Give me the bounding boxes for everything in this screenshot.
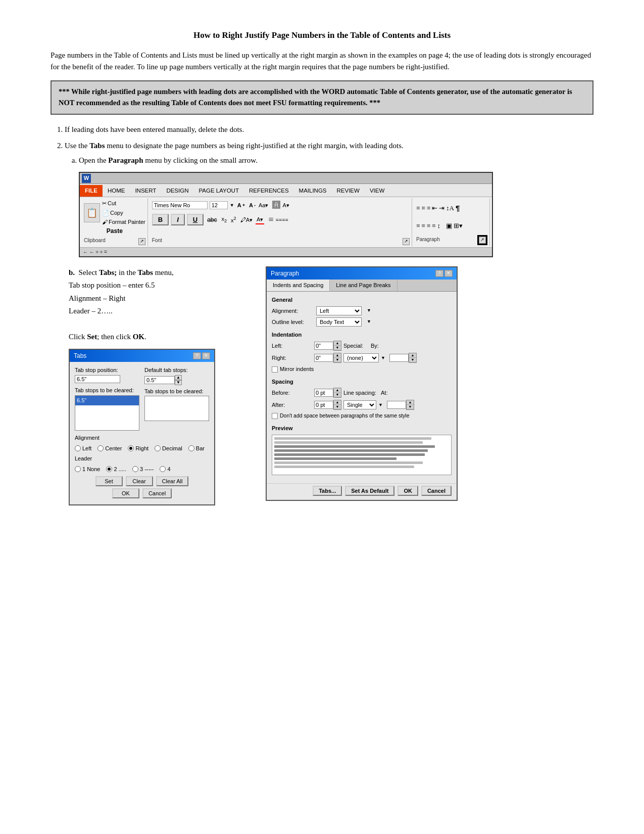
at-input[interactable] [387,401,406,409]
listbox-item-1[interactable]: 6.5" [75,396,139,405]
strikethrough-btn[interactable]: abc [206,215,218,224]
by-spin-down[interactable]: ▼ [409,358,416,362]
para-indentation-section: Indentation Left: ▲ ▼ [272,331,452,374]
tabs-dialog-title-text: Tabs [74,351,86,360]
preview-lines [272,435,451,472]
para-cancel-btn[interactable]: Cancel [421,486,452,496]
para-dialog-help-btn[interactable]: ? [435,270,443,277]
tab-home[interactable]: HOME [103,185,130,197]
tab-insert[interactable]: INSERT [130,185,161,197]
clear-btn[interactable]: Clear [126,476,153,486]
mirror-checkbox[interactable] [272,366,278,373]
after-spin-down[interactable]: ▼ [334,405,341,409]
indent-decrease-btn[interactable]: ⇤ [432,203,437,213]
justify-btn[interactable]: ≡ [432,221,435,231]
clipboard-expand-icon[interactable]: ↗ [138,238,145,245]
line-spacing-btn[interactable]: ↕ [437,221,440,231]
tab-stop-input[interactable] [75,375,120,383]
align-right-btn[interactable]: ≡ [427,221,430,231]
para-ok-btn[interactable]: OK [398,486,418,496]
para-tabs-btn[interactable]: Tabs... [313,486,342,496]
sort-btn[interactable]: ↕A [446,203,454,213]
tab-file[interactable]: FILE [80,185,103,197]
leader-4-radio[interactable]: 4 [160,465,170,474]
leader-2-radio[interactable]: 2 ..... [106,465,126,474]
superscript-btn[interactable]: x2 [230,215,237,224]
tabs-dialog-close-btn[interactable]: ✕ [202,352,210,359]
spinbox-down[interactable]: ▼ [175,380,182,385]
font-grow-btn[interactable]: A+ [236,202,246,209]
tab-mailings[interactable]: MAILINGS [294,185,332,197]
tabs-ok-btn[interactable]: OK [112,488,139,498]
right-spin-down[interactable]: ▼ [334,358,341,362]
special-select[interactable]: (none) [343,353,379,362]
tab-references[interactable]: REFERENCES [244,185,294,197]
clear-all-btn[interactable]: Clear All [156,476,189,486]
dont-add-checkbox[interactable] [272,413,278,419]
align-left-btn[interactable]: ≡ [416,221,420,231]
tab-page-layout[interactable]: PAGE LAYOUT [193,185,243,197]
numbered-btn[interactable]: ≡ [421,203,425,213]
align-bar-label: Bar [196,444,205,453]
align-center-radio[interactable]: Center [97,444,122,453]
format-painter-icon: 🖌 [102,218,108,226]
font-expand-icon[interactable]: ≡ [268,213,273,226]
para-before-row: Before: ▲ ▼ Line spac [272,388,452,398]
underline-btn[interactable]: U [187,214,204,225]
bullets-btn[interactable]: ≡ [416,203,420,213]
left-input[interactable] [314,342,333,350]
font-size-dropdown[interactable]: ▼ [230,202,234,209]
leader-3-radio[interactable]: 3 ----- [132,465,154,474]
set-btn[interactable]: Set [95,476,123,486]
outline-select[interactable]: Body Text [316,317,362,327]
text-highlight-btn[interactable]: 🖍A▾ [239,216,254,224]
font-size-input[interactable] [210,201,228,209]
leader-1-label: 1 None [82,465,100,474]
borders-btn[interactable]: ⊞▾ [454,221,463,231]
italic-btn[interactable]: I [171,214,185,225]
copy-label[interactable]: Copy [110,209,123,217]
align-left-radio[interactable]: Left [75,444,91,453]
align-decimal-radio[interactable]: Decimal [155,444,182,453]
tab-review[interactable]: REVIEW [332,185,365,197]
right-input[interactable] [314,354,333,362]
by-input[interactable] [389,354,409,362]
clear-format-icon[interactable]: 🅰 [272,199,280,211]
tab-view[interactable]: VIEW [365,185,389,197]
aa-btn[interactable]: Aa▾ [259,201,268,210]
para-tab-indents[interactable]: Indents and Spacing [267,280,330,292]
tab-stop-listbox[interactable]: 6.5" [75,395,139,431]
paragraph-expand-highlighted[interactable]: ↗ [477,235,487,245]
default-tab-input[interactable] [144,376,175,384]
text-effects-icon[interactable]: A▾ [282,201,289,210]
after-input[interactable] [314,401,333,409]
shading-btn[interactable]: ▣ [446,221,452,231]
tabs-dialog-help-btn[interactable]: ? [193,352,201,359]
clear-listbox[interactable] [144,396,209,421]
font-shrink-btn[interactable]: A- [248,202,257,209]
show-formatting-btn[interactable]: ¶ [456,203,460,214]
subscript-btn[interactable]: x2 [221,215,228,225]
line-spacing-select[interactable]: Single [343,400,376,409]
align-center-btn[interactable]: ≡ [421,221,425,231]
font-color-btn[interactable]: A▾ [256,215,264,225]
paragraph-expand-btn[interactable]: ↗ [479,237,486,244]
align-right-radio[interactable]: Right [128,444,148,453]
para-set-default-btn[interactable]: Set As Default [345,486,394,496]
font-expand-btn[interactable]: ↗ [403,238,410,245]
indent-increase-btn[interactable]: ⇥ [439,203,444,213]
tabs-cancel-btn[interactable]: Cancel [142,488,172,498]
para-dialog-close-btn[interactable]: ✕ [444,270,453,277]
before-spin-down[interactable]: ▼ [334,393,341,397]
left-spin-down[interactable]: ▼ [334,346,341,350]
leader-1-radio[interactable]: 1 None [75,465,100,474]
para-tab-breaks[interactable]: Line and Page Breaks [330,280,397,292]
before-input[interactable] [314,389,333,397]
alignment-select[interactable]: Left [316,306,362,315]
at-spin-down[interactable]: ▼ [407,405,414,409]
bold-btn[interactable]: B [152,214,169,225]
tab-design[interactable]: DESIGN [161,185,193,197]
font-name-input[interactable] [152,201,208,209]
align-bar-radio[interactable]: Bar [188,444,205,453]
multilevel-btn[interactable]: ≡ [427,203,430,213]
